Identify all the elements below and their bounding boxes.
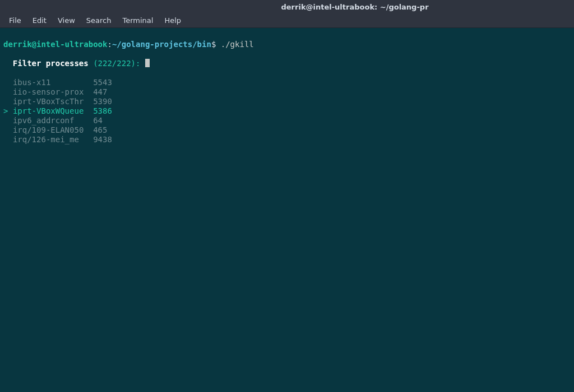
process-row[interactable]: iio-sensor-prox 447 <box>3 87 571 97</box>
menubar: File Edit View Search Terminal Help <box>0 13 574 28</box>
prompt-line: derrik@intel-ultrabook:~/golang-projects… <box>3 40 571 49</box>
process-marker <box>3 135 8 144</box>
process-pid: 9438 <box>93 135 112 144</box>
process-name: ipv6_addrconf <box>13 116 75 125</box>
process-row[interactable]: irq/109-ELAN050 465 <box>3 125 571 135</box>
process-name: iio-sensor-prox <box>13 87 84 97</box>
process-row[interactable]: > iprt-VBoxWQueue 5386 <box>3 106 571 116</box>
process-name: irq/109-ELAN050 <box>13 125 84 135</box>
menu-terminal[interactable]: Terminal <box>117 14 159 27</box>
command-text: ./gkill <box>221 40 254 49</box>
process-pid: 64 <box>93 116 103 125</box>
process-pid: 5390 <box>93 97 112 106</box>
prompt-colon: : <box>107 40 112 49</box>
process-pid: 5543 <box>93 78 112 87</box>
filter-count: (222/222): <box>93 59 140 68</box>
window-titlebar: derrik@intel-ultrabook: ~/golang-pr <box>0 0 574 13</box>
process-list[interactable]: ibus-x11 5543 iio-sensor-prox 447 iprt-V… <box>3 78 571 144</box>
process-name: irq/126-mei_me <box>13 135 79 144</box>
process-row[interactable]: ibus-x11 5543 <box>3 78 571 87</box>
menu-file[interactable]: File <box>3 14 27 27</box>
process-marker <box>3 125 8 134</box>
process-pid: 447 <box>93 87 107 97</box>
process-pid: 465 <box>93 125 107 135</box>
process-row[interactable]: iprt-VBoxTscThr 5390 <box>3 97 571 106</box>
menu-search[interactable]: Search <box>81 14 117 27</box>
process-marker <box>3 87 8 96</box>
process-name: iprt-VBoxTscThr <box>13 97 84 106</box>
window-title: derrik@intel-ultrabook: ~/golang-pr <box>281 3 428 11</box>
filter-line: Filter processes (222/222): <box>3 59 571 68</box>
process-marker: > <box>3 106 8 115</box>
process-name: ibus-x11 <box>13 78 50 87</box>
process-row[interactable]: irq/126-mei_me 9438 <box>3 135 571 144</box>
prompt-path: ~/golang-projects/bin <box>112 40 211 49</box>
menu-help[interactable]: Help <box>159 14 187 27</box>
process-pid: 5386 <box>93 106 112 116</box>
menu-view[interactable]: View <box>52 14 81 27</box>
prompt-dollar: $ <box>211 40 216 49</box>
text-cursor <box>145 59 150 67</box>
terminal-area[interactable]: derrik@intel-ultrabook:~/golang-projects… <box>0 28 574 156</box>
process-marker <box>3 116 8 125</box>
process-name: iprt-VBoxWQueue <box>13 106 84 116</box>
filter-label: Filter processes <box>13 59 89 68</box>
prompt-user-host: derrik@intel-ultrabook <box>3 40 107 49</box>
process-marker <box>3 97 8 106</box>
process-row[interactable]: ipv6_addrconf 64 <box>3 116 571 125</box>
menu-edit[interactable]: Edit <box>27 14 52 27</box>
process-marker <box>3 78 8 87</box>
